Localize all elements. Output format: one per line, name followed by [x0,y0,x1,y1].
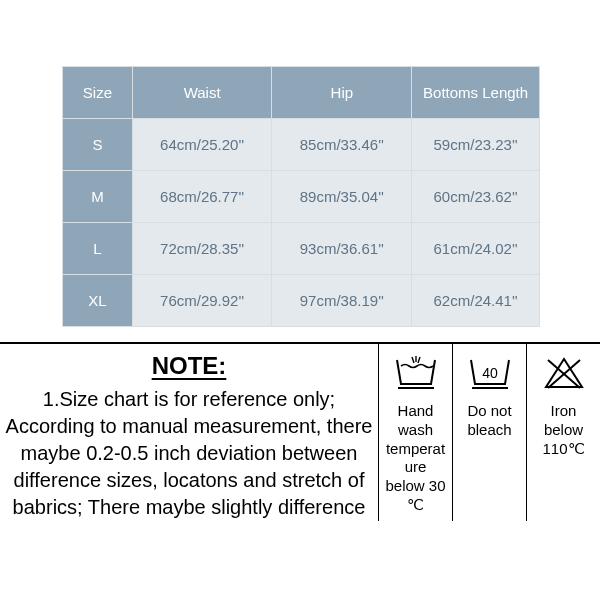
care-handwash: Hand wash temperat ure below 30 ℃ [378,344,452,521]
hip-cell: 93cm/36.61'' [272,223,412,275]
col-waist: Waist [132,67,272,119]
waist-cell: 64cm/25.20'' [132,119,272,171]
table-row: S 64cm/25.20'' 85cm/33.46'' 59cm/23.23'' [63,119,540,171]
hip-cell: 89cm/35.04'' [272,171,412,223]
waist-cell: 68cm/26.77'' [132,171,272,223]
hip-cell: 85cm/33.46'' [272,119,412,171]
care-label: Hand wash temperat ure below 30 ℃ [383,402,448,515]
length-cell: 60cm/23.62'' [412,171,540,223]
size-cell: S [63,119,133,171]
length-cell: 59cm/23.23'' [412,119,540,171]
table-row: L 72cm/28.35'' 93cm/36.61'' 61cm/24.02'' [63,223,540,275]
care-bleach: 40 Do not bleach [452,344,526,521]
care-iron: Iron below 110℃ [526,344,600,521]
info-row: NOTE: 1.Size chart is for reference only… [0,342,600,521]
bleach-icon: 40 [468,352,512,394]
note-body: 1.Size chart is for reference only; Acco… [0,386,378,521]
length-cell: 62cm/24.41'' [412,275,540,327]
note-title: NOTE: [0,344,378,386]
length-cell: 61cm/24.02'' [412,223,540,275]
hip-cell: 97cm/38.19'' [272,275,412,327]
size-cell: L [63,223,133,275]
waist-cell: 76cm/29.92'' [132,275,272,327]
size-cell: M [63,171,133,223]
size-cell: XL [63,275,133,327]
col-hip: Hip [272,67,412,119]
note-column: NOTE: 1.Size chart is for reference only… [0,344,378,521]
table-row: M 68cm/26.77'' 89cm/35.04'' 60cm/23.62'' [63,171,540,223]
col-length: Bottoms Length [412,67,540,119]
care-icons: Hand wash temperat ure below 30 ℃ 40 Do … [378,344,600,521]
waist-cell: 72cm/28.35'' [132,223,272,275]
care-label: Iron below 110℃ [531,402,596,458]
table-row: XL 76cm/29.92'' 97cm/38.19'' 62cm/24.41'… [63,275,540,327]
col-size: Size [63,67,133,119]
iron-icon [542,352,586,394]
care-label: Do not bleach [457,402,522,440]
svg-text:40: 40 [482,365,498,381]
handwash-icon [394,352,438,394]
size-chart-table: Size Waist Hip Bottoms Length S 64cm/25.… [62,66,540,327]
